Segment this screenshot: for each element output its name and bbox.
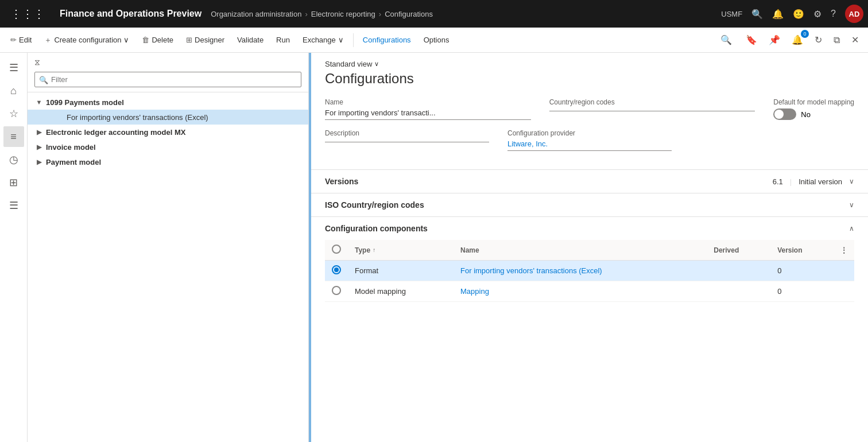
header-radio[interactable] [332, 245, 341, 254]
exchange-button[interactable]: Exchange ∨ [297, 32, 350, 48]
exchange-dropdown-icon: ∨ [338, 36, 344, 44]
clock-icon[interactable]: ◷ [3, 149, 24, 170]
config-provider-link[interactable]: Litware, Inc. [507, 139, 548, 148]
tree-item-label-invoice: Invoice model [46, 143, 96, 152]
standard-view-button[interactable]: Standard view ∨ [325, 60, 854, 68]
iso-chevron[interactable]: ∨ [849, 201, 854, 209]
open-icon[interactable]: ⧉ [829, 32, 844, 49]
description-field: Description [325, 129, 489, 151]
tree-item-label-1099: 1099 Payments model [46, 98, 124, 107]
filter-search-icon: 🔍 [39, 75, 48, 84]
tree-item-importing[interactable]: For importing vendors' transactions (Exc… [28, 110, 308, 125]
components-section: Configuration components ∧ Type [311, 216, 868, 311]
default-mapping-toggle[interactable] [773, 108, 796, 120]
edit-button[interactable]: ✏ Edit [5, 32, 37, 48]
expander-invoice[interactable]: ▶ [34, 142, 44, 152]
search-icon[interactable]: 🔍 [751, 9, 763, 20]
toggle-wrap: No [773, 108, 854, 120]
expander-payment[interactable]: ▶ [34, 157, 44, 166]
col-more-header[interactable]: ⋮ [834, 240, 854, 261]
pin-icon[interactable]: 📌 [764, 31, 785, 49]
settings-icon[interactable]: ⚙ [813, 9, 822, 20]
row1-radio[interactable] [332, 265, 341, 274]
tree-panel: ⧖ 🔍 ▼ 1099 Payments model For importing … [28, 53, 309, 442]
configurations-button[interactable]: Configurations [357, 32, 417, 48]
designer-button[interactable]: ⊞ Designer [180, 32, 230, 48]
components-chevron[interactable]: ∧ [849, 224, 854, 232]
description-value[interactable] [325, 139, 489, 142]
country-label: Country/region codes [549, 98, 755, 106]
versions-tag: Initial version [799, 177, 842, 186]
grid-nav-icon[interactable]: ⊞ [3, 172, 24, 193]
row2-derived [707, 281, 770, 302]
avatar[interactable]: AD [845, 5, 863, 23]
create-configuration-button[interactable]: ＋ Create configuration ∨ [38, 32, 135, 49]
help-icon[interactable]: ? [831, 9, 836, 19]
table-row-format[interactable]: Format For importing vendors' transactio… [325, 261, 854, 281]
filter-icon[interactable]: ⧖ [34, 57, 40, 67]
trash-icon: 🗑 [142, 36, 149, 44]
bell-icon[interactable]: 🔔 [772, 9, 784, 20]
close-icon[interactable]: ✕ [847, 31, 863, 49]
notification-count-icon[interactable]: 🔔 0 [787, 31, 808, 49]
table-row-mapping[interactable]: Model mapping Mapping 0 [325, 281, 854, 302]
grid-icon[interactable]: ⋮⋮⋮ [5, 7, 51, 21]
breadcrumb: Organization administration › Electronic… [211, 10, 721, 18]
plus-icon: ＋ [44, 35, 52, 45]
components-title: Configuration components [325, 224, 428, 233]
col-type-header[interactable]: Type ↑ [348, 240, 454, 261]
versions-section: Versions 6.1 | Initial version ∨ [311, 169, 868, 193]
options-button[interactable]: Options [418, 32, 455, 48]
edit-icon: ✏ [10, 36, 17, 44]
name-value[interactable]: For importing vendors' transacti... [325, 108, 531, 120]
breadcrumb-chevron-2: › [379, 10, 381, 18]
separator-1 [353, 33, 354, 47]
bullet-list-icon[interactable]: ☰ [3, 195, 24, 216]
tree-item-invoice[interactable]: ▶ Invoice model [28, 139, 308, 154]
versions-header[interactable]: Versions 6.1 | Initial version ∨ [311, 170, 868, 193]
versions-chevron[interactable]: ∨ [849, 177, 854, 185]
delete-button[interactable]: 🗑 Delete [136, 32, 179, 48]
refresh-icon[interactable]: ↻ [810, 31, 827, 49]
breadcrumb-er[interactable]: Electronic reporting [311, 10, 375, 18]
row2-name: Mapping [454, 281, 707, 302]
standard-view-chevron: ∨ [374, 60, 379, 68]
designer-icon: ⊞ [186, 36, 192, 44]
row2-radio[interactable] [332, 286, 341, 295]
breadcrumb-org[interactable]: Organization administration [211, 10, 301, 18]
resize-handle[interactable] [309, 53, 311, 442]
list-icon[interactable]: ≡ [3, 126, 24, 147]
row2-name-link[interactable]: Mapping [460, 287, 489, 296]
config-provider-value[interactable]: Litware, Inc. [507, 139, 672, 151]
org-label: USMF [721, 10, 742, 18]
hamburger-menu-icon[interactable]: ☰ [3, 57, 24, 78]
validate-button[interactable]: Validate [231, 32, 269, 48]
run-button[interactable]: Run [270, 32, 296, 48]
top-bar: ⋮⋮⋮ Finance and Operations Preview Organ… [0, 0, 868, 28]
star-icon[interactable]: ☆ [3, 103, 24, 124]
breadcrumb-config[interactable]: Configurations [385, 10, 433, 18]
face-icon[interactable]: 🙂 [793, 9, 804, 20]
default-mapping-value: No [801, 110, 811, 119]
tree-item-label-electronic: Electronic ledger accounting model MX [46, 128, 185, 137]
filter-input[interactable] [34, 72, 301, 87]
tree-item-payment[interactable]: ▶ Payment model [28, 154, 308, 169]
name-field: Name For importing vendors' transacti... [325, 98, 531, 120]
home-icon[interactable]: ⌂ [3, 80, 24, 101]
row2-radio-cell [325, 281, 348, 302]
components-header[interactable]: Configuration components ∧ [311, 217, 868, 240]
bookmark-icon[interactable]: 🔖 [741, 31, 762, 49]
row1-name-link[interactable]: For importing vendors' transactions (Exc… [460, 266, 602, 275]
toolbar-right-icons: 🔖 📌 🔔 0 ↻ ⧉ ✕ [741, 31, 863, 49]
iso-header[interactable]: ISO Country/region codes ∨ [311, 193, 868, 216]
tree-item-electronic[interactable]: ▶ Electronic ledger accounting model MX [28, 125, 308, 139]
toolbar-search-icon[interactable]: 🔍 [717, 31, 735, 49]
tree-item-1099[interactable]: ▼ 1099 Payments model [28, 95, 308, 110]
type-sort-icon[interactable]: ↑ [373, 247, 375, 253]
country-field: Country/region codes [549, 98, 755, 120]
expander-1099[interactable]: ▼ [34, 98, 44, 107]
form-row-2: Description Configuration provider Litwa… [325, 129, 854, 151]
top-bar-actions: USMF 🔍 🔔 🙂 ⚙ ? AD [721, 5, 863, 23]
expander-electronic[interactable]: ▶ [34, 127, 44, 137]
country-value[interactable] [549, 108, 755, 111]
